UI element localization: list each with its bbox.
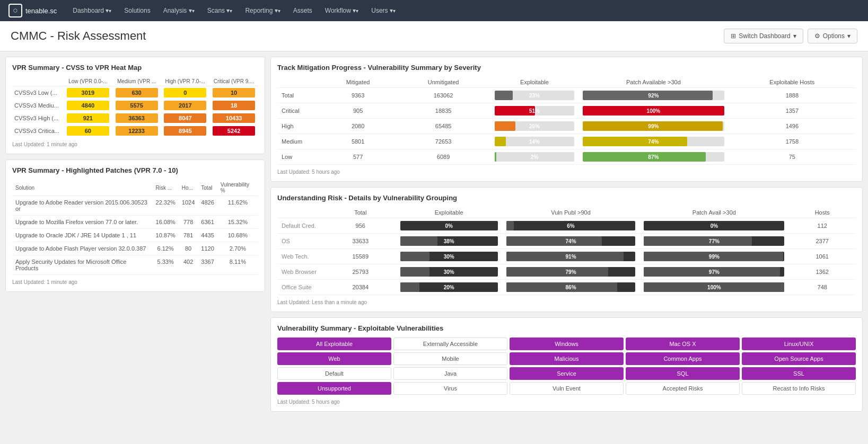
heatmap-header-label [12, 77, 64, 86]
mit-exploit-bar: 14% [490, 134, 578, 149]
grp-hosts: 748 [788, 280, 856, 295]
grp-hosts: 1061 [788, 249, 856, 264]
grp-col-exploit: Exploitable [396, 207, 502, 218]
patches-col-vuln: Vulnerability % [217, 180, 258, 196]
mit-unmitigated: 72653 [396, 134, 490, 149]
patch-vuln-pct: 15.32% [217, 216, 258, 229]
page-header: CMMC - Risk Assessment ⊞ Switch Dashboar… [0, 21, 868, 51]
heatmap-cell: 921 [64, 112, 112, 125]
exploit-btn-all-exploitable[interactable]: All Exploitable [277, 338, 391, 350]
nav-assets[interactable]: Assets [288, 0, 318, 21]
mit-hosts: 1357 [729, 103, 856, 119]
vpr-patches-title: VPR Summary - Highlighted Patches (VPR 7… [12, 166, 258, 174]
exploit-btn-vuln-event[interactable]: Vuln Event [510, 382, 624, 395]
switch-dashboard-button[interactable]: ⊞ Switch Dashboard ▾ [724, 29, 803, 43]
mit-row-label: Critical [277, 103, 320, 119]
patches-table: Solution Risk ... Ho... Total Vulnerabil… [12, 180, 258, 275]
heatmap-cell: 5242 [209, 125, 258, 137]
exploit-btn-virus[interactable]: Virus [393, 382, 507, 395]
nav-dashboard[interactable]: Dashboard ▾ [67, 0, 117, 21]
options-button[interactable]: ⚙ Options ▾ [808, 29, 857, 43]
heatmap-cell: 12233 [112, 125, 161, 137]
exploit-btn-ssl[interactable]: SSL [742, 367, 856, 380]
exploit-btn-recast-to-info-risks[interactable]: Recast to Info Risks [742, 382, 856, 395]
heatmap-table: Low (VPR 0.0-... Medium (VPR ... High (V… [12, 77, 258, 137]
patch-solution: Upgrade to Oracle JDK / JRE 14 Update 1 … [12, 229, 153, 242]
exploit-btn-common-apps[interactable]: Common Apps [626, 352, 740, 365]
mit-exploit-bar: 2% [490, 149, 578, 165]
table-row: Web Browser 25793 30% 79% 97% [277, 264, 856, 280]
heatmap-cell: 10433 [209, 112, 258, 125]
exploit-btn-sql[interactable]: SQL [626, 367, 740, 380]
patch-hosts: 402 [179, 255, 198, 275]
nav-analysis[interactable]: Analysis ▾ [158, 0, 200, 21]
heatmap-cell: 3019 [64, 86, 112, 100]
mit-col-label [277, 77, 320, 88]
mit-patch-bar: 74% [578, 134, 729, 149]
grp-patch-bar: 0% [639, 218, 788, 234]
nav-users[interactable]: Users ▾ [366, 0, 401, 21]
exploit-btn-default[interactable]: Default [277, 367, 391, 380]
exploit-btn-windows[interactable]: Windows [510, 338, 624, 350]
patch-risk: 22.32% [153, 196, 179, 216]
mit-unmitigated: 6089 [396, 149, 490, 165]
exploit-btn-mac-os-x[interactable]: Mac OS X [626, 338, 740, 350]
grp-vuln-bar: 6% [502, 218, 640, 234]
heatmap-header-medium: Medium (VPR ... [112, 77, 161, 86]
nav-reporting[interactable]: Reporting ▾ [240, 0, 285, 21]
grid-icon: ⊞ [731, 32, 736, 40]
mit-row-label: Low [277, 149, 320, 165]
exploit-btn-open-source-apps[interactable]: Open Source Apps [742, 352, 856, 365]
table-row: OS 33633 38% 74% 77% 2377 [277, 234, 856, 249]
patch-vuln-pct: 11.62% [217, 196, 258, 216]
nav-workflow[interactable]: Workflow ▾ [320, 0, 364, 21]
grp-exploit-bar: 30% [396, 249, 502, 264]
mit-patch-bar: 100% [578, 103, 729, 119]
exploit-btn-accepted-risks[interactable]: Accepted Risks [626, 382, 740, 395]
nav-scans[interactable]: Scans ▾ [202, 0, 238, 21]
patch-solution: Upgrade to Adobe Reader version 2015.006… [12, 196, 153, 216]
grp-exploit-bar: 30% [396, 264, 502, 280]
exploit-btn-service[interactable]: Service [510, 367, 624, 380]
exploit-btn-linux/unix[interactable]: Linux/UNIX [742, 338, 856, 350]
grp-exploit-bar: 20% [396, 280, 502, 295]
grp-patch-bar: 77% [639, 234, 788, 249]
grp-vuln-bar: 74% [502, 234, 640, 249]
patch-solution: Upgrade to Mozilla Firefox version 77.0 … [12, 216, 153, 229]
exploit-btn-web[interactable]: Web [277, 352, 391, 365]
grp-patch-bar: 97% [639, 264, 788, 280]
exploitable-last-updated: Last Updated: 5 hours ago [277, 399, 856, 405]
main-content: VPR Summary - CVSS to VPR Heat Map Low (… [0, 51, 868, 417]
header-actions: ⊞ Switch Dashboard ▾ ⚙ Options ▾ [724, 29, 857, 43]
exploit-btn-malicious[interactable]: Malicious [510, 352, 624, 365]
table-row: Web Tech. 15589 30% 91% 99% 1 [277, 249, 856, 264]
patch-vuln-pct: 8.11% [217, 255, 258, 275]
patches-scroll-area[interactable]: Solution Risk ... Ho... Total Vulnerabil… [12, 180, 258, 275]
grp-patch-bar: 100% [639, 280, 788, 295]
mit-hosts: 1888 [729, 88, 856, 103]
grp-row-label: Web Tech. [277, 249, 325, 264]
patch-vuln-pct: 2.70% [217, 242, 258, 255]
mit-unmitigated: 65485 [396, 119, 490, 134]
exploit-btn-java[interactable]: Java [393, 367, 507, 380]
heatmap-cell: 8945 [161, 125, 209, 137]
vuln-grouping-title: Understanding Risk - Details by Vulnerab… [277, 194, 856, 202]
patch-risk: 6.12% [153, 242, 179, 255]
mit-exploit-bar: 26% [490, 119, 578, 134]
patches-col-hosts: Ho... [179, 180, 198, 196]
chevron-down-icon: ▾ [847, 32, 851, 40]
track-mitigation-title: Track Mitigation Progress - Vulnerabilit… [277, 64, 856, 72]
patch-total: 3367 [198, 255, 217, 275]
exploit-btn-externally-accessible[interactable]: Externally Accessible [393, 338, 507, 350]
exploit-btn-mobile[interactable]: Mobile [393, 352, 507, 365]
table-row: Critical 905 18835 51% 100% 1357 [277, 103, 856, 119]
patch-solution: Apply Security Updates for Microsoft Off… [12, 255, 153, 275]
mit-hosts: 75 [729, 149, 856, 165]
grp-exploit-bar: 0% [396, 218, 502, 234]
nav-solutions[interactable]: Solutions [119, 0, 155, 21]
heatmap-last-updated: Last Updated: 1 minute ago [12, 141, 258, 147]
mit-col-hosts: Exploitable Hosts [729, 77, 856, 88]
mit-row-label: High [277, 119, 320, 134]
exploit-btn-unsupported[interactable]: Unsupported [277, 382, 391, 395]
patches-col-total: Total [198, 180, 217, 196]
